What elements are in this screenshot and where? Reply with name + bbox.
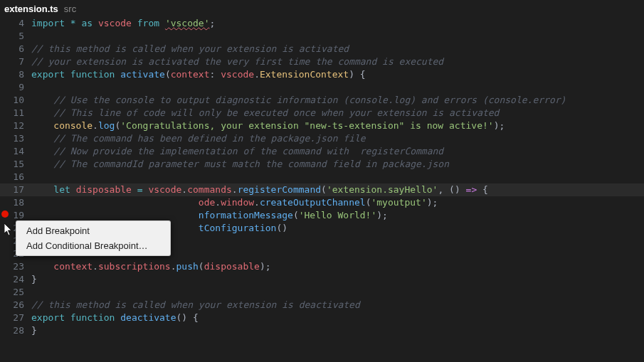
code-line[interactable]: 25 (0, 286, 644, 299)
code-content[interactable]: // this method is called when your exten… (31, 299, 644, 312)
line-number[interactable]: 17 (0, 183, 31, 196)
token: ); (376, 210, 388, 220)
token: . (215, 197, 221, 208)
line-number[interactable]: 5 (0, 30, 31, 43)
token: as (81, 18, 93, 28)
token: import (31, 18, 65, 28)
line-number[interactable]: 23 (0, 260, 31, 273)
code-content[interactable]: } (31, 324, 644, 337)
line-number[interactable]: 7 (0, 55, 31, 68)
token: . (171, 261, 176, 272)
token: vscode (148, 184, 181, 195)
line-number[interactable]: 25 (0, 286, 31, 299)
token: let (53, 184, 70, 195)
token: context (171, 69, 210, 80)
code-content[interactable] (31, 171, 644, 183)
code-line[interactable]: 9 (0, 81, 644, 94)
line-number[interactable]: 18 (0, 196, 31, 209)
code-line[interactable]: 4import * as vscode from 'vscode'; (0, 17, 644, 30)
token: // Now provide the implementation of the… (53, 146, 443, 156)
code-line[interactable]: 15 // The commandId parameter must match… (0, 158, 644, 171)
tab-directory: src (64, 4, 76, 14)
token: from (137, 18, 159, 28)
token: ( (321, 184, 327, 195)
token (132, 184, 137, 195)
line-number[interactable]: 11 (0, 107, 31, 119)
line-number[interactable]: 14 (0, 145, 31, 158)
token: vscode (98, 18, 132, 28)
code-line[interactable]: 23 context.subscriptions.push(disposable… (0, 260, 644, 273)
code-line[interactable]: 12 console.log('Congratulations, your ex… (0, 119, 644, 132)
code-line[interactable]: 6// this method is called when your exte… (0, 43, 644, 55)
code-content[interactable]: console.log('Congratulations, your exten… (31, 119, 644, 132)
code-content[interactable] (31, 30, 644, 43)
token: * (70, 18, 76, 28)
code-content[interactable]: import * as vscode from 'vscode'; (31, 17, 644, 30)
token (65, 312, 70, 323)
code-line[interactable]: 8export function activate(context: vscod… (0, 68, 644, 81)
line-number[interactable]: 26 (0, 299, 31, 312)
editor-tab-bar[interactable]: extension.ts src (0, 0, 644, 17)
code-line[interactable]: 24} (0, 273, 644, 286)
token: ExtensionContext (260, 69, 349, 80)
code-line[interactable]: 17 let disposable = vscode.commands.regi… (0, 183, 644, 196)
line-number[interactable]: 24 (0, 273, 31, 286)
code-line[interactable]: 5 (0, 30, 644, 43)
token: log (98, 120, 115, 131)
token: { (477, 184, 488, 195)
code-content[interactable]: // this method is called when your exten… (31, 43, 644, 55)
menu-item-add-conditional-breakpoint[interactable]: Add Conditional Breakpoint… (16, 238, 170, 253)
code-content[interactable] (31, 81, 644, 94)
code-content[interactable]: export function activate(context: vscode… (31, 68, 644, 81)
code-content[interactable]: // your extension is activated the very … (31, 55, 644, 68)
code-content[interactable]: // Now provide the implementation of the… (31, 145, 644, 158)
code-line[interactable]: 10 // Use the console to output diagnost… (0, 94, 644, 107)
token: disposable (204, 261, 260, 272)
code-content[interactable]: } (31, 273, 644, 286)
token: console (53, 120, 93, 131)
code-content[interactable]: // The commandId parameter must match th… (31, 158, 644, 171)
line-number[interactable]: 6 (0, 43, 31, 55)
line-number[interactable]: 13 (0, 132, 31, 145)
code-content[interactable]: context.subscriptions.push(disposable); (31, 260, 644, 273)
code-line[interactable]: 26// this method is called when your ext… (0, 299, 644, 312)
code-editor[interactable]: Add Breakpoint Add Conditional Breakpoin… (0, 17, 644, 362)
token: . (232, 184, 238, 195)
token (31, 261, 53, 272)
token: createOutputChannel (260, 197, 366, 208)
code-line[interactable]: 14 // Now provide the implementation of … (0, 145, 644, 158)
code-line[interactable]: 28} (0, 324, 644, 337)
token: . (181, 184, 187, 195)
code-content[interactable] (31, 286, 644, 299)
code-content[interactable]: // The command has been defined in the p… (31, 132, 644, 145)
code-content[interactable]: let disposable = vscode.commands.registe… (31, 183, 644, 196)
line-number[interactable]: 27 (0, 312, 31, 324)
line-number[interactable]: 10 (0, 94, 31, 107)
code-line[interactable]: 11 // This line of code will only be exe… (0, 107, 644, 119)
code-line[interactable]: 16 (0, 171, 644, 183)
line-number[interactable]: 12 (0, 119, 31, 132)
token: ) (349, 69, 360, 80)
gutter-context-menu[interactable]: Add Breakpoint Add Conditional Breakpoin… (16, 220, 171, 256)
code-line[interactable]: 18 ode.window.createOutputChannel('myout… (0, 196, 644, 209)
line-number[interactable]: 8 (0, 68, 31, 81)
line-number[interactable]: 16 (0, 171, 31, 183)
token: vscode (221, 69, 254, 80)
token (31, 159, 53, 169)
code-content[interactable]: export function deactivate() { (31, 312, 644, 324)
token (70, 184, 76, 195)
line-number[interactable]: 9 (0, 81, 31, 94)
token: 'Hello World!' (299, 210, 377, 220)
code-content[interactable]: // Use the console to output diagnostic … (31, 94, 644, 107)
code-line[interactable]: 7// your extension is activated the very… (0, 55, 644, 68)
code-line[interactable]: 27export function deactivate() { (0, 312, 644, 324)
token: subscriptions (98, 261, 171, 272)
line-number[interactable]: 28 (0, 324, 31, 337)
code-line[interactable]: 13 // The command has been defined in th… (0, 132, 644, 145)
line-number[interactable]: 15 (0, 158, 31, 171)
menu-item-add-breakpoint[interactable]: Add Breakpoint (16, 223, 170, 238)
code-content[interactable]: ode.window.createOutputChannel('myoutput… (31, 196, 644, 209)
code-content[interactable]: // This line of code will only be execut… (31, 107, 644, 119)
line-number[interactable]: 4 (0, 17, 31, 30)
token: , () (438, 184, 465, 195)
